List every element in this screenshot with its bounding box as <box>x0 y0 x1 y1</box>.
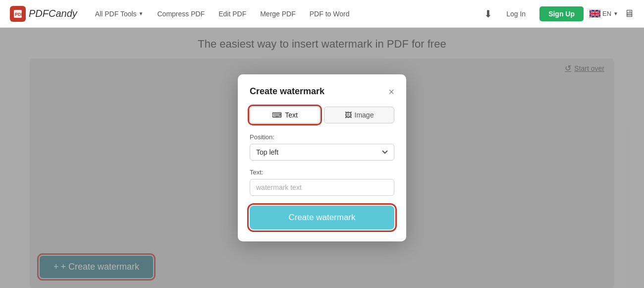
watermark-text-input[interactable] <box>250 179 394 196</box>
language-selector[interactable]: EN ▼ <box>590 10 618 17</box>
nav-pdf-to-word[interactable]: PDF to Word <box>304 7 356 21</box>
modal-overlay: Create watermark × ⌨ Text 🖼 Image Positi… <box>0 28 644 288</box>
nav-links: All PDF Tools ▼ Compress PDF Edit PDF Me… <box>89 7 472 21</box>
nav-compress-pdf[interactable]: Compress PDF <box>152 7 211 21</box>
position-label: Position: <box>250 133 394 141</box>
svg-text:PDF: PDF <box>15 12 23 17</box>
nav-merge-pdf[interactable]: Merge PDF <box>254 7 302 21</box>
tab-row: ⌨ Text 🖼 Image <box>250 107 394 123</box>
modal-title: Create watermark <box>250 86 324 97</box>
login-button[interactable]: Log In <box>498 7 534 21</box>
position-select[interactable]: Top left Top center Top right Center Bot… <box>250 144 394 161</box>
navbar: PDF PDFCandy All PDF Tools ▼ Compress PD… <box>0 0 644 28</box>
tab-image[interactable]: 🖼 Image <box>324 107 394 123</box>
dropdown-arrow-icon: ▼ <box>139 11 144 16</box>
download-icon[interactable]: ⬇ <box>484 8 492 20</box>
monitor-icon[interactable]: 🖥 <box>624 8 634 19</box>
keyboard-icon: ⌨ <box>272 111 282 119</box>
modal: Create watermark × ⌨ Text 🖼 Image Positi… <box>238 74 406 241</box>
flag-icon <box>590 10 600 17</box>
logo-icon: PDF <box>10 6 26 22</box>
tab-text[interactable]: ⌨ Text <box>250 107 320 123</box>
main-content: The easiest way to insert watermark in P… <box>0 28 644 288</box>
logo-text: PDFCandy <box>29 8 77 19</box>
modal-close-button[interactable]: × <box>388 87 394 97</box>
logo[interactable]: PDF PDFCandy <box>10 6 77 22</box>
nav-all-pdf-tools[interactable]: All PDF Tools ▼ <box>89 7 150 21</box>
signup-button[interactable]: Sign Up <box>539 6 584 21</box>
modal-header: Create watermark × <box>250 86 394 97</box>
text-label: Text: <box>250 169 394 176</box>
nav-edit-pdf[interactable]: Edit PDF <box>213 7 252 21</box>
lang-dropdown-icon: ▼ <box>613 11 618 16</box>
nav-right: ⬇ Log In Sign Up EN ▼ 🖥 <box>484 6 634 21</box>
create-watermark-modal-button[interactable]: Create watermark <box>250 206 394 230</box>
image-icon: 🖼 <box>345 111 352 119</box>
